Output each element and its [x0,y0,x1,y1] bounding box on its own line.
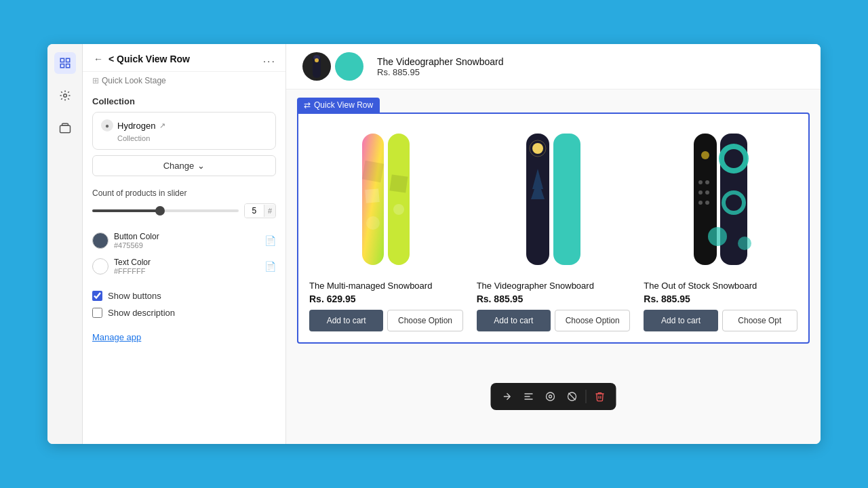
change-collection-button[interactable]: Change ⌄ [92,155,276,176]
svg-point-27 [705,190,709,195]
svg-point-37 [738,237,751,250]
chevron-down-icon: ⌄ [197,161,205,171]
avatar-teal [335,52,363,81]
add-to-cart-btn-2[interactable]: Add to cart [477,310,551,331]
button-color-row: Button Color #475569 📄 [92,228,276,253]
svg-point-26 [698,190,703,195]
top-product-info: The Videographer Snowboard Rs. 885.95 [377,56,504,77]
svg-point-24 [698,180,703,184]
back-button[interactable]: ← [92,52,104,66]
slider-label: Count of products in slider [92,188,276,198]
product-image-1 [309,125,463,274]
collection-card: ● Hydrogen ↗ Collection [92,112,276,150]
add-to-cart-btn-1[interactable]: Add to cart [309,310,383,331]
toolbar-hide-btn[interactable] [563,387,582,406]
show-description-checkbox[interactable] [92,308,102,318]
top-product-name: The Videographer Snowboard [377,56,504,67]
text-color-edit-icon[interactable]: 📄 [264,261,276,272]
product-btn-row-3: Add to cart Choose Opt [644,310,797,331]
collection-name-row: ● Hydrogen ↗ [101,119,267,131]
svg-point-36 [708,227,727,246]
show-buttons-row: Show buttons [92,287,276,304]
panel-header-left: ← < Quick View Row [92,52,190,66]
svg-point-15 [393,204,404,215]
button-color-edit-icon[interactable]: 📄 [264,235,276,246]
button-color-swatch[interactable] [92,232,108,249]
slider-fill [92,209,158,212]
toolbar-embed-btn[interactable] [541,387,560,406]
slider-thumb[interactable] [155,206,165,216]
toolbar-indent-btn[interactable] [519,387,538,406]
add-to-cart-btn-3[interactable]: Add to cart [644,310,717,331]
quick-view-label: Quick View Row [314,100,373,110]
svg-rect-1 [66,58,69,62]
collection-section-label: Collection [92,96,276,106]
slider-unit: # [264,205,275,217]
manage-app-link[interactable]: Manage app [83,325,285,349]
product-name-1: The Multi-managed Snowboard [309,281,463,291]
svg-rect-3 [66,64,69,68]
button-color-label: Button Color [114,232,159,241]
settings-panel: ← < Quick View Row ... ⊞ Quick Look Stag… [83,44,286,444]
product-card-3: The Out of Stock Snowboard Rs. 885.95 Ad… [644,125,797,331]
checkbox-section: Show buttons Show description [83,283,285,325]
svg-point-29 [705,201,709,205]
product-price-1: Rs. 629.95 [309,293,463,304]
slider-track[interactable] [92,209,239,212]
product-btn-row-2: Add to cart Choose Option [477,310,631,331]
svg-point-39 [549,395,552,398]
toolbar-move-btn[interactable] [498,387,517,406]
svg-point-28 [698,201,703,205]
text-color-label: Text Color [114,258,151,267]
toolbar-delete-btn[interactable] [591,387,610,406]
choose-option-btn-1[interactable]: Choose Option [387,310,462,331]
main-content: The Videographer Snowboard Rs. 885.95 ⇄ … [286,44,821,444]
color-section: Button Color #475569 📄 Text Color #FFFFF… [83,224,285,283]
show-buttons-label: Show buttons [108,291,161,301]
text-color-swatch[interactable] [92,258,108,274]
svg-point-30 [701,151,709,159]
svg-rect-10 [362,161,384,182]
collection-section: Collection ● Hydrogen ↗ Collection Chang… [83,89,285,183]
product-name-2: The Videographer Snowboard [477,281,631,291]
panel-subtitle: ⊞ Quick Look Stage [83,72,285,89]
panel-header: ← < Quick View Row ... [83,44,285,72]
svg-rect-5 [60,125,70,133]
svg-rect-11 [365,188,380,203]
top-preview: The Videographer Snowboard Rs. 885.95 [286,44,821,89]
slider-row: 5 # [92,203,276,218]
slider-value-input[interactable]: 5 [245,204,264,218]
svg-point-38 [547,392,555,401]
text-color-hex: #FFFFFF [114,267,151,275]
svg-point-35 [726,195,742,211]
show-description-label: Show description [108,308,175,318]
svg-rect-2 [60,64,64,68]
choose-option-btn-2[interactable]: Choose Option [555,310,630,331]
icon-sidebar [47,44,83,444]
more-options-button[interactable]: ... [263,53,276,65]
product-price-2: Rs. 885.95 [477,293,631,304]
external-link-icon[interactable]: ↗ [159,121,165,130]
sidebar-blocks-icon[interactable] [54,117,76,139]
avatar-group [302,52,363,81]
slider-value-box: 5 # [244,203,276,218]
quick-view-label-bar[interactable]: ⇄ Quick View Row [297,98,380,113]
sidebar-settings-icon[interactable] [54,85,76,106]
svg-point-4 [63,94,66,98]
svg-point-8 [315,58,319,62]
choose-option-btn-3[interactable]: Choose Opt [722,310,797,331]
svg-rect-14 [390,174,408,192]
product-card-2: Hydrogen The Videographer Snowboard Rs. … [477,125,631,331]
change-button-label: Change [163,161,195,171]
show-buttons-checkbox[interactable] [92,291,102,301]
collection-name: Hydrogen [117,121,155,131]
subtitle-text: Quick Look Stage [102,76,166,85]
subtitle-layout-icon: ⊞ [92,76,99,85]
quick-view-section: ⇄ Quick View Row [286,89,821,444]
collection-type: Collection [117,134,267,142]
show-description-row: Show description [92,304,276,321]
toolbar-divider [586,390,587,403]
product-card-1: The Multi-managed Snowboard Rs. 629.95 A… [309,125,463,331]
sidebar-sections-icon[interactable] [54,52,76,74]
slider-section: Count of products in slider 5 # [83,183,285,224]
